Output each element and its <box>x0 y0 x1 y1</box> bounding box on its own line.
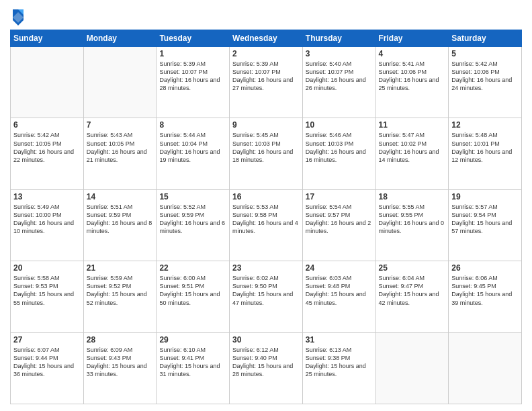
calendar-cell: 15Sunrise: 5:52 AM Sunset: 9:59 PM Dayli… <box>157 189 230 261</box>
cell-text: Sunrise: 6:00 AM Sunset: 9:51 PM Dayligh… <box>159 274 226 307</box>
cell-text: Sunrise: 5:42 AM Sunset: 10:06 PM Daylig… <box>451 60 519 93</box>
calendar-cell: 14Sunrise: 5:51 AM Sunset: 9:59 PM Dayli… <box>83 189 157 261</box>
day-number: 31 <box>306 335 373 345</box>
day-number: 5 <box>451 49 519 58</box>
cell-text: Sunrise: 6:07 AM Sunset: 9:44 PM Dayligh… <box>13 346 81 379</box>
day-number: 11 <box>379 120 446 130</box>
cell-text: Sunrise: 5:43 AM Sunset: 10:05 PM Daylig… <box>87 131 154 164</box>
calendar-cell: 17Sunrise: 5:54 AM Sunset: 9:57 PM Dayli… <box>302 189 375 261</box>
day-number: 8 <box>159 120 226 130</box>
day-number: 13 <box>13 192 81 201</box>
cell-text: Sunrise: 6:02 AM Sunset: 9:50 PM Dayligh… <box>232 274 300 307</box>
day-number: 26 <box>451 263 519 273</box>
cell-text: Sunrise: 5:39 AM Sunset: 10:07 PM Daylig… <box>159 60 226 93</box>
day-number: 9 <box>232 120 300 130</box>
day-number: 6 <box>13 120 81 130</box>
page: SundayMondayTuesdayWednesdayThursdayFrid… <box>0 0 532 411</box>
cell-text: Sunrise: 5:39 AM Sunset: 10:07 PM Daylig… <box>232 60 300 93</box>
day-number: 16 <box>232 192 300 201</box>
cell-text: Sunrise: 6:03 AM Sunset: 9:48 PM Dayligh… <box>306 274 373 307</box>
calendar-cell: 12Sunrise: 5:48 AM Sunset: 10:01 PM Dayl… <box>449 118 522 189</box>
cell-text: Sunrise: 6:10 AM Sunset: 9:41 PM Dayligh… <box>159 346 226 379</box>
cell-text: Sunrise: 5:44 AM Sunset: 10:04 PM Daylig… <box>159 131 226 164</box>
calendar-cell <box>11 47 84 118</box>
calendar-cell: 26Sunrise: 6:06 AM Sunset: 9:45 PM Dayli… <box>449 261 522 332</box>
day-number: 1 <box>159 49 226 58</box>
calendar-cell: 2Sunrise: 5:39 AM Sunset: 10:07 PM Dayli… <box>230 47 303 118</box>
day-number: 12 <box>451 120 519 130</box>
cell-text: Sunrise: 5:55 AM Sunset: 9:55 PM Dayligh… <box>379 203 446 236</box>
cell-text: Sunrise: 5:53 AM Sunset: 9:58 PM Dayligh… <box>232 203 300 236</box>
day-number: 20 <box>13 263 81 273</box>
calendar-week-row: 20Sunrise: 5:58 AM Sunset: 9:53 PM Dayli… <box>11 261 522 332</box>
calendar-cell: 27Sunrise: 6:07 AM Sunset: 9:44 PM Dayli… <box>11 332 84 404</box>
cell-text: Sunrise: 5:46 AM Sunset: 10:03 PM Daylig… <box>306 131 373 164</box>
calendar-cell: 22Sunrise: 6:00 AM Sunset: 9:51 PM Dayli… <box>157 261 230 332</box>
calendar-week-row: 13Sunrise: 5:49 AM Sunset: 10:00 PM Dayl… <box>11 189 522 261</box>
cell-text: Sunrise: 5:45 AM Sunset: 10:03 PM Daylig… <box>232 131 300 164</box>
weekday-header: Wednesday <box>230 30 303 47</box>
cell-text: Sunrise: 5:40 AM Sunset: 10:07 PM Daylig… <box>306 60 373 93</box>
weekday-header: Saturday <box>449 30 522 47</box>
calendar-cell: 8Sunrise: 5:44 AM Sunset: 10:04 PM Dayli… <box>157 118 230 189</box>
cell-text: Sunrise: 5:58 AM Sunset: 9:53 PM Dayligh… <box>13 274 81 307</box>
day-number: 22 <box>159 263 226 273</box>
calendar-cell: 23Sunrise: 6:02 AM Sunset: 9:50 PM Dayli… <box>230 261 303 332</box>
cell-text: Sunrise: 5:49 AM Sunset: 10:00 PM Daylig… <box>13 203 81 236</box>
cell-text: Sunrise: 5:42 AM Sunset: 10:05 PM Daylig… <box>13 131 81 164</box>
calendar-cell: 7Sunrise: 5:43 AM Sunset: 10:05 PM Dayli… <box>83 118 157 189</box>
cell-text: Sunrise: 5:47 AM Sunset: 10:02 PM Daylig… <box>379 131 446 164</box>
day-number: 15 <box>159 192 226 201</box>
cell-text: Sunrise: 5:51 AM Sunset: 9:59 PM Dayligh… <box>87 203 154 236</box>
cell-text: Sunrise: 6:06 AM Sunset: 9:45 PM Dayligh… <box>451 274 519 307</box>
calendar-cell: 31Sunrise: 6:13 AM Sunset: 9:38 PM Dayli… <box>302 332 375 404</box>
weekday-header: Tuesday <box>157 30 230 47</box>
day-number: 30 <box>232 335 300 345</box>
day-number: 25 <box>379 263 446 273</box>
calendar-cell: 18Sunrise: 5:55 AM Sunset: 9:55 PM Dayli… <box>375 189 449 261</box>
calendar-cell <box>83 47 157 118</box>
cell-text: Sunrise: 5:54 AM Sunset: 9:57 PM Dayligh… <box>306 203 373 236</box>
calendar-cell: 13Sunrise: 5:49 AM Sunset: 10:00 PM Dayl… <box>11 189 84 261</box>
day-number: 21 <box>87 263 154 273</box>
day-number: 23 <box>232 263 300 273</box>
calendar-week-row: 27Sunrise: 6:07 AM Sunset: 9:44 PM Dayli… <box>11 332 522 404</box>
day-number: 27 <box>13 335 81 345</box>
calendar-cell: 1Sunrise: 5:39 AM Sunset: 10:07 PM Dayli… <box>157 47 230 118</box>
calendar-cell: 6Sunrise: 5:42 AM Sunset: 10:05 PM Dayli… <box>11 118 84 189</box>
cell-text: Sunrise: 5:52 AM Sunset: 9:59 PM Dayligh… <box>159 203 226 236</box>
calendar-week-row: 1Sunrise: 5:39 AM Sunset: 10:07 PM Dayli… <box>11 47 522 118</box>
calendar-cell: 28Sunrise: 6:09 AM Sunset: 9:43 PM Dayli… <box>83 332 157 404</box>
day-number: 4 <box>379 49 446 58</box>
calendar-cell: 3Sunrise: 5:40 AM Sunset: 10:07 PM Dayli… <box>302 47 375 118</box>
weekday-header: Thursday <box>302 30 375 47</box>
calendar-cell: 9Sunrise: 5:45 AM Sunset: 10:03 PM Dayli… <box>230 118 303 189</box>
cell-text: Sunrise: 6:13 AM Sunset: 9:38 PM Dayligh… <box>306 346 373 379</box>
day-number: 7 <box>87 120 154 130</box>
cell-text: Sunrise: 5:41 AM Sunset: 10:06 PM Daylig… <box>379 60 446 93</box>
calendar-cell <box>375 332 449 404</box>
day-number: 10 <box>306 120 373 130</box>
weekday-header: Friday <box>375 30 449 47</box>
day-number: 24 <box>306 263 373 273</box>
calendar-cell: 11Sunrise: 5:47 AM Sunset: 10:02 PM Dayl… <box>375 118 449 189</box>
calendar-cell: 4Sunrise: 5:41 AM Sunset: 10:06 PM Dayli… <box>375 47 449 118</box>
calendar-cell: 10Sunrise: 5:46 AM Sunset: 10:03 PM Dayl… <box>302 118 375 189</box>
day-number: 14 <box>87 192 154 201</box>
weekday-header-row: SundayMondayTuesdayWednesdayThursdayFrid… <box>11 30 522 47</box>
logo-icon <box>10 7 26 26</box>
weekday-header: Sunday <box>11 30 84 47</box>
calendar-week-row: 6Sunrise: 5:42 AM Sunset: 10:05 PM Dayli… <box>11 118 522 189</box>
cell-text: Sunrise: 6:09 AM Sunset: 9:43 PM Dayligh… <box>87 346 154 379</box>
cell-text: Sunrise: 6:12 AM Sunset: 9:40 PM Dayligh… <box>232 346 300 379</box>
day-number: 19 <box>451 192 519 201</box>
day-number: 18 <box>379 192 446 201</box>
calendar-cell: 19Sunrise: 5:57 AM Sunset: 9:54 PM Dayli… <box>449 189 522 261</box>
calendar-cell: 24Sunrise: 6:03 AM Sunset: 9:48 PM Dayli… <box>302 261 375 332</box>
cell-text: Sunrise: 6:04 AM Sunset: 9:47 PM Dayligh… <box>379 274 446 307</box>
calendar-cell <box>449 332 522 404</box>
calendar: SundayMondayTuesdayWednesdayThursdayFrid… <box>10 30 522 404</box>
day-number: 3 <box>306 49 373 58</box>
cell-text: Sunrise: 5:48 AM Sunset: 10:01 PM Daylig… <box>451 131 519 164</box>
calendar-cell: 16Sunrise: 5:53 AM Sunset: 9:58 PM Dayli… <box>230 189 303 261</box>
